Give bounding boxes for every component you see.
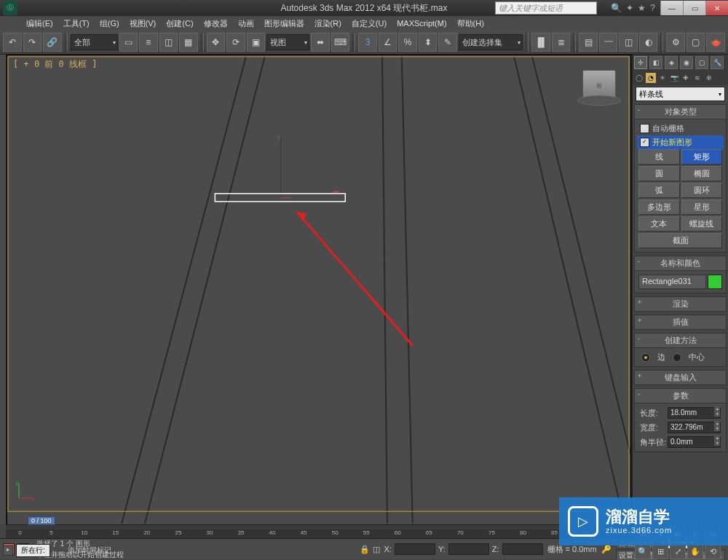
systems-cat-icon[interactable]: ✻ [704,73,714,83]
x-coord-input[interactable] [395,543,435,555]
menu-customize[interactable]: 自定义(U) [347,17,391,31]
maximize-button[interactable]: ▭ [683,1,705,15]
render-frame-icon[interactable]: ▢ [687,33,705,52]
donut-button[interactable]: 圆环 [681,183,723,198]
menu-grapheditors[interactable]: 图形编辑器 [260,17,309,31]
close-button[interactable]: ✕ [705,1,728,15]
link-icon[interactable]: 🔗 [43,33,62,52]
timeline-ruler[interactable]: 0510 152025 303540 455055 606570 758085 … [6,529,633,538]
search-icon[interactable]: 🔍 [611,3,622,13]
cameras-cat-icon[interactable]: 📷 [669,73,679,83]
create-tab-icon[interactable]: ✢ [634,56,647,69]
favorites-icon[interactable]: ★ [638,3,646,13]
select-region-icon[interactable]: ◫ [159,33,178,52]
menu-create[interactable]: 创建(C) [162,17,197,31]
object-color-swatch[interactable] [708,275,722,289]
zoom-extents-icon[interactable]: ⤢ [670,543,686,559]
ngon-button[interactable]: 多边形 [638,200,680,215]
hierarchy-tab-icon[interactable]: ◈ [665,56,678,69]
help-search-input[interactable]: 键入关键字或短语 [495,1,597,15]
object-name-input[interactable]: Rectangle031 [638,275,706,289]
layers-icon[interactable]: ▤ [579,33,598,52]
select-by-name-icon[interactable]: ≡ [139,33,158,52]
selection-filter-dropdown[interactable]: 全部 [71,34,118,50]
help-icon[interactable]: ? [650,3,655,13]
time-slider[interactable]: 0 / 100 0510 152025 303540 455055 606570… [6,524,633,538]
center-radio[interactable] [673,353,681,362]
render-rollout[interactable]: +渲染 [634,296,727,312]
star-button[interactable]: 星形 [681,200,723,215]
menu-edit[interactable]: 编辑(E) [22,17,58,31]
section-button[interactable]: 截面 [638,233,722,248]
line-button[interactable]: 线 [638,149,680,165]
geometry-cat-icon[interactable]: ◯ [634,73,644,83]
script-open-icon[interactable]: ▸ [3,545,13,556]
add-time-tag[interactable]: 添加时间标记 [68,545,111,556]
z-coord-input[interactable] [502,543,543,555]
percent-snap-icon[interactable]: % [398,33,417,52]
name-color-header[interactable]: -名称和颜色 [635,256,726,271]
rectangle-button[interactable]: 矩形 [681,149,723,165]
render-icon[interactable]: 🫖 [706,33,725,52]
length-spinner[interactable]: 18.0mm [668,407,721,419]
helpers-cat-icon[interactable]: ✚ [681,73,691,83]
object-type-header[interactable]: -对象类型 [635,105,726,119]
rotate-icon[interactable]: ⟳ [226,33,245,52]
manipulate-icon[interactable]: ⬌ [311,33,330,52]
menu-help[interactable]: 帮助(H) [453,17,488,31]
edge-radio[interactable] [641,353,650,362]
named-selection-dropdown[interactable]: 创建选择集 [459,34,523,50]
frame-indicator[interactable]: 0 / 100 [28,516,55,525]
startnewshape-checkbox[interactable]: ✓开始新图形 [637,135,724,149]
menu-group[interactable]: 组(G) [95,17,124,31]
move-icon[interactable]: ✥ [207,33,226,52]
window-crossing-icon[interactable]: ▦ [179,33,198,52]
minimize-button[interactable]: — [660,1,683,15]
menu-views[interactable]: 视图(V) [125,17,161,31]
reference-dropdown[interactable]: 视图 [266,34,309,50]
y-coord-input[interactable] [448,543,489,555]
shape-type-dropdown[interactable]: 样条线 [636,87,725,101]
render-setup-icon[interactable]: ⚙ [666,33,685,52]
edit-selection-icon[interactable]: ✎ [438,33,457,52]
parameters-header[interactable]: -参数 [635,389,726,403]
helix-button[interactable]: 螺旋线 [681,216,723,232]
motion-tab-icon[interactable]: ◉ [680,56,693,69]
orbit-icon[interactable]: ⟲ [705,543,721,559]
pan-icon[interactable]: ✋ [687,543,703,559]
scale-icon[interactable]: ▣ [247,33,266,52]
display-tab-icon[interactable]: ▢ [695,56,708,69]
track-row-label[interactable]: 所在行: [16,544,50,557]
menu-tools[interactable]: 工具(T) [59,17,94,31]
app-logo-icon[interactable]: Ⓖ [3,1,17,15]
key-icon[interactable]: 🔑 [601,545,612,554]
material-editor-icon[interactable]: ◐ [639,33,658,52]
menu-rendering[interactable]: 渲染(R) [310,17,346,31]
spacewarps-cat-icon[interactable]: ≋ [692,73,703,83]
keyboard-entry-rollout[interactable]: +键盘输入 [634,370,727,385]
menu-modifiers[interactable]: 修改器 [199,17,232,31]
redo-icon[interactable]: ↷ [23,33,42,52]
arc-button[interactable]: 弧 [638,183,680,198]
zoom-icon[interactable]: 🔍 [635,543,651,559]
utilities-tab-icon[interactable]: 🔧 [711,56,724,69]
creation-method-header[interactable]: -创建方法 [635,334,726,348]
lock-icon[interactable]: 🔒 [360,545,370,554]
shapes-cat-icon[interactable]: ◔ [646,73,656,83]
align-icon[interactable]: ≣ [552,33,571,52]
width-spinner[interactable]: 322.796m [668,422,721,433]
mirror-icon[interactable]: ▐▌ [531,33,550,52]
lights-cat-icon[interactable]: ☀ [657,73,668,83]
snap-toggle-icon[interactable]: 3 [358,33,377,52]
modify-tab-icon[interactable]: ◧ [649,56,662,69]
menu-maxscript[interactable]: MAXScript(M) [392,17,451,29]
angle-snap-icon[interactable]: ∠ [379,33,397,52]
autogrid-checkbox[interactable]: 自动栅格 [637,122,724,135]
circle-button[interactable]: 圆 [638,166,680,181]
viewport[interactable]: [ + 0 前 0 线框 ] 前 y [7,55,631,525]
keyboard-shortcut-icon[interactable]: ⌨ [331,33,350,52]
viewport-label[interactable]: [ + 0 前 0 线框 ] [13,58,97,71]
select-object-icon[interactable]: ▭ [119,33,138,52]
schematic-icon[interactable]: ◫ [619,33,638,52]
spinner-snap-icon[interactable]: ⬍ [419,33,438,52]
